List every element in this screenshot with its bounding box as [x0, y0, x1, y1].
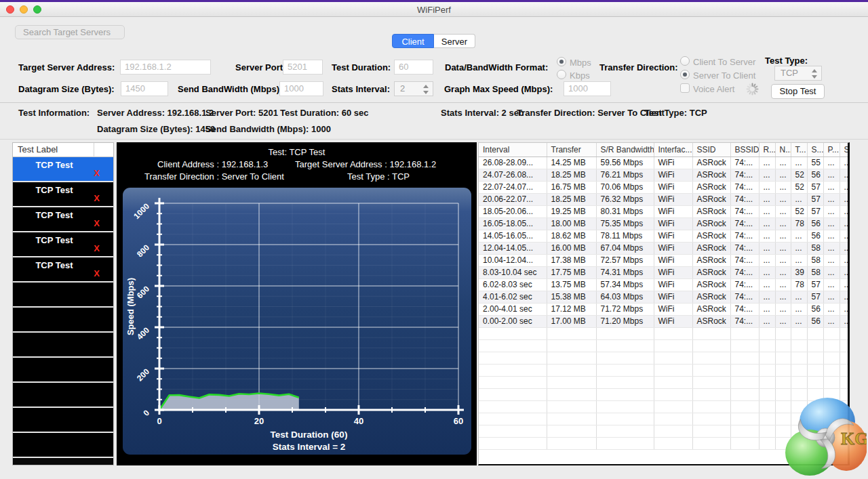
- test-list-row[interactable]: [13, 333, 113, 358]
- test-list-row[interactable]: TCP TestX: [13, 257, 113, 283]
- table-cell: [692, 413, 730, 425]
- table-column-header[interactable]: R...: [759, 143, 775, 157]
- table-cell: [547, 327, 596, 339]
- table-cell: 57.34 Mbps: [596, 278, 654, 291]
- table-row[interactable]: 16.05-18.05...18.00 MB75.35 MbpsWiFiASRo…: [479, 217, 850, 230]
- table-column-header[interactable]: S.: [840, 143, 850, 157]
- table-column-header[interactable]: Interval: [479, 143, 547, 157]
- table-row[interactable]: 4.01-6.02 sec15.38 MB64.03 MbpsWiFiASRoc…: [479, 291, 850, 303]
- svg-text:200: 200: [135, 367, 151, 383]
- test-list-row[interactable]: TCP TestX: [13, 207, 113, 232]
- table-cell: [730, 400, 759, 413]
- delete-test-icon[interactable]: X: [94, 243, 100, 253]
- table-cell: [759, 364, 775, 376]
- target-server-address-field[interactable]: 192.168.1.2: [120, 60, 211, 75]
- table-cell: 74:...: [730, 205, 759, 217]
- test-list-row[interactable]: [13, 383, 113, 408]
- test-list-header[interactable]: Test Label: [13, 143, 113, 157]
- svg-text:20: 20: [254, 416, 264, 426]
- chevron-up-down-icon: [423, 84, 429, 95]
- delete-test-icon[interactable]: X: [94, 168, 100, 178]
- delete-test-icon[interactable]: X: [94, 193, 100, 203]
- table-cell: [730, 437, 759, 449]
- table-row[interactable]: 8.03-10.04 sec17.75 MB74.31 MbpsWiFiASRo…: [479, 266, 850, 278]
- column-divider: [94, 143, 94, 157]
- test-list-row[interactable]: TCP TestX: [13, 182, 113, 207]
- table-column-header[interactable]: P...: [823, 143, 840, 157]
- table-cell: ...: [823, 193, 840, 205]
- stop-test-button[interactable]: Stop Test: [771, 84, 825, 99]
- table-row[interactable]: 26.08-28.09...14.25 MB59.56 MbpsWiFiASRo…: [479, 157, 850, 169]
- table-row[interactable]: 6.02-8.03 sec13.75 MB57.34 MbpsWiFiASRoc…: [479, 278, 850, 291]
- client-to-server-radio[interactable]: [680, 56, 690, 66]
- graph-max-speed-field[interactable]: 1000: [564, 81, 611, 96]
- kbps-radio[interactable]: [557, 70, 566, 79]
- table-row[interactable]: 2.00-4.01 sec17.12 MB71.72 MbpsWiFiASRoc…: [479, 303, 850, 315]
- table-cell: [547, 388, 596, 400]
- table-cell: 74:...: [730, 315, 759, 327]
- search-target-servers-button[interactable]: Search Target Servers: [15, 25, 125, 39]
- test-list-row[interactable]: TCP TestX: [13, 157, 113, 182]
- table-column-header[interactable]: BSSID: [730, 143, 759, 157]
- table-row[interactable]: 14.05-16.05...18.62 MB78.11 MbpsWiFiASRo…: [479, 230, 850, 242]
- send-bandwidth-field[interactable]: 1000: [279, 81, 323, 96]
- table-cell: [759, 437, 775, 449]
- table-cell: ...: [791, 254, 807, 266]
- table-row[interactable]: 0.00-2.00 sec17.00 MB71.20 MbpsWiFiASRoc…: [479, 315, 850, 327]
- table-row[interactable]: 18.05-20.06...19.25 MB80.31 MbpsWiFiASRo…: [479, 205, 850, 217]
- stats-interval-stepper[interactable]: 2: [394, 81, 433, 96]
- table-cell: ASRock: [692, 230, 730, 242]
- svg-text:800: 800: [135, 243, 151, 259]
- table-row[interactable]: 20.06-22.07...18.25 MB76.32 MbpsWiFiASRo…: [479, 193, 850, 205]
- table-cell: ...: [775, 315, 791, 327]
- test-list-row[interactable]: [13, 358, 113, 383]
- delete-test-icon[interactable]: X: [94, 218, 100, 228]
- table-column-header[interactable]: Interfac...: [654, 143, 692, 157]
- table-cell: ...: [759, 242, 775, 254]
- test-list-row[interactable]: TCP TestX: [13, 232, 113, 257]
- table-cell: 17.75 MB: [547, 266, 596, 278]
- test-list-row[interactable]: [13, 433, 113, 458]
- datagram-size-field[interactable]: 1450: [121, 81, 168, 96]
- table-cell: [775, 352, 791, 364]
- table-column-header[interactable]: S...: [807, 143, 823, 157]
- table-column-header[interactable]: Transfer: [547, 143, 596, 157]
- test-label: TCP Test: [13, 210, 96, 220]
- test-list-row[interactable]: [13, 408, 113, 433]
- table-row[interactable]: 22.07-24.07...16.75 MB70.06 MbpsWiFiASRo…: [479, 181, 850, 193]
- table-cell: WiFi: [654, 157, 692, 169]
- table-row[interactable]: 24.07-26.08...18.25 MB76.21 MbpsWiFiASRo…: [479, 169, 850, 181]
- table-column-header[interactable]: N...: [775, 143, 791, 157]
- test-duration-field[interactable]: 60: [394, 60, 433, 75]
- table-row[interactable]: 12.04-14.05...16.00 MB67.04 MbpsWiFiASRo…: [479, 242, 850, 254]
- table-cell: 12.04-14.05...: [479, 242, 547, 254]
- test-type-select[interactable]: TCP: [774, 66, 822, 81]
- server-to-client-radio[interactable]: [680, 70, 690, 79]
- delete-test-icon[interactable]: X: [94, 268, 100, 278]
- table-cell: ASRock: [692, 181, 730, 193]
- table-column-header[interactable]: S/R Bandwidth: [596, 143, 654, 157]
- table-cell: ...: [775, 169, 791, 181]
- test-list-row[interactable]: [13, 283, 113, 308]
- table-column-header[interactable]: SSID: [692, 143, 730, 157]
- table-cell: ...: [759, 193, 775, 205]
- table-cell: 10.04-12.04...: [479, 254, 547, 266]
- server-port-field[interactable]: 5201: [283, 60, 323, 75]
- table-empty-row: [479, 364, 850, 376]
- table-cell: 74:...: [730, 193, 759, 205]
- voice-alert-label: Voice Alert: [693, 84, 734, 94]
- table-row[interactable]: 10.04-12.04...17.38 MB72.57 MbpsWiFiASRo…: [479, 254, 850, 266]
- table-cell: [654, 376, 692, 388]
- test-list-row[interactable]: [13, 308, 113, 333]
- table-cell: [791, 352, 807, 364]
- table-cell: 78: [791, 217, 807, 230]
- tab-server[interactable]: Server: [434, 34, 475, 48]
- voice-alert-checkbox[interactable]: [680, 83, 690, 93]
- table-cell: 80.31 Mbps: [596, 205, 654, 217]
- table-cell: ...: [840, 230, 850, 242]
- mbps-radio[interactable]: [557, 57, 566, 66]
- tab-client[interactable]: Client: [392, 34, 434, 48]
- table-cell: ...: [775, 278, 791, 291]
- table-column-header[interactable]: T...: [791, 143, 807, 157]
- table-cell: [730, 425, 759, 437]
